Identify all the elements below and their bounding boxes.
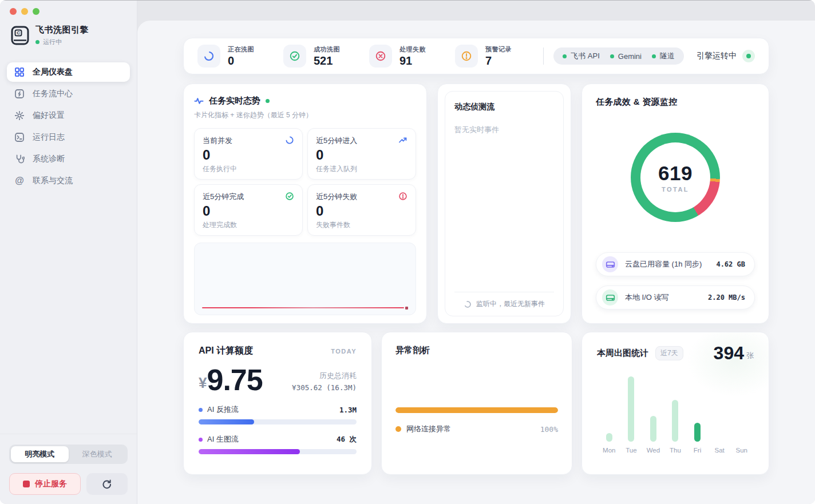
close-window-button[interactable] xyxy=(10,8,17,15)
resource-value: 4.62 GB xyxy=(716,260,745,268)
stat-value: 0 xyxy=(228,54,254,68)
success-donut: 619 TOTAL xyxy=(631,133,720,222)
realtime-mini-grid: 当前并发 0 任务执行中 近5分钟进入 xyxy=(194,128,416,236)
dark-mode-option[interactable]: 深色模式 xyxy=(69,446,126,462)
app-title: 飞书洗图引擎 xyxy=(35,25,89,35)
anomaly-label: 网络连接异常 xyxy=(406,424,451,434)
stop-service-label: 停止服务 xyxy=(35,479,67,489)
series-dot-icon xyxy=(199,408,203,412)
restart-service-button[interactable] xyxy=(86,473,128,495)
gear-icon xyxy=(14,110,25,121)
currency-symbol: ¥ xyxy=(199,374,207,395)
stat-success: 成功洗图 521 xyxy=(283,45,369,68)
service-feishu-api: 飞书 API xyxy=(563,51,600,61)
stop-service-button[interactable]: 停止服务 xyxy=(9,473,81,495)
mini-card-completed: 近5分钟完成 0 处理完成数 xyxy=(194,184,303,236)
resource-row-local-io: 本地 I/O 读写 2.20 MB/s xyxy=(596,285,755,309)
sidebar-item-diagnostics[interactable]: 系统诊断 xyxy=(7,149,130,169)
quota-row-generate: AI 生图流 46 次 xyxy=(199,434,357,454)
service-tunnel: 隧道 xyxy=(652,51,675,61)
stat-label: 成功洗图 xyxy=(314,45,340,54)
minimize-window-button[interactable] xyxy=(21,8,28,15)
stat-failed: 处理失败 91 xyxy=(369,45,455,68)
weekly-bar xyxy=(672,400,678,442)
event-stream-footer-label: 监听中，最近无新事件 xyxy=(476,299,545,309)
app-status-label: 运行中 xyxy=(43,38,62,46)
axis-label: Fri xyxy=(694,447,701,454)
history-value: ¥305.62 (16.3M) xyxy=(292,383,357,392)
mini-label: 近5分钟进入 xyxy=(316,136,357,146)
resource-label: 云盘已用容量 (1h 同步) xyxy=(625,259,702,269)
window-controls xyxy=(0,0,137,15)
mini-label: 当前并发 xyxy=(203,136,232,146)
quota-row-reverse: AI 反推流 1.3M xyxy=(199,404,357,424)
success-donut-center: 619 TOTAL xyxy=(640,142,710,212)
x-circle-icon xyxy=(369,45,392,68)
stat-label: 处理失败 xyxy=(399,45,426,54)
event-stream-card: 动态侦测流 暂无实时事件 监听中，最近无新事件 xyxy=(437,84,571,324)
sidebar-item-preferences[interactable]: 偏好设置 xyxy=(7,106,130,125)
at-icon: @ xyxy=(14,175,25,186)
today-cost-value: 9.75 xyxy=(207,365,262,395)
activity-icon xyxy=(194,96,204,106)
trend-endpoint-dot xyxy=(405,307,408,309)
service-status-pill: 飞书 API Gemini 隧道 xyxy=(553,47,684,65)
stop-icon xyxy=(23,481,30,487)
quota-label: AI 反推流 xyxy=(207,404,239,415)
status-dot-icon xyxy=(610,54,614,58)
status-dot-icon xyxy=(652,54,656,58)
event-stream-title: 动态侦测流 xyxy=(454,102,554,112)
quota-bar-track xyxy=(199,419,357,424)
anomaly-bar-fill xyxy=(395,407,558,413)
check-circle-icon xyxy=(285,192,294,201)
sidebar-item-label: 全局仪表盘 xyxy=(33,67,73,77)
sidebar-bottom: 明亮模式 深色模式 停止服务 xyxy=(0,434,137,504)
main-panel: 正在洗图 0 成功洗图 521 xyxy=(137,21,815,504)
refresh-icon xyxy=(101,479,112,490)
history-label: 历史总消耗 xyxy=(292,371,357,381)
service-label: 飞书 API xyxy=(571,51,600,61)
realtime-title: 任务实时态势 xyxy=(209,96,260,106)
flow-icon xyxy=(14,88,25,100)
weekly-range-badge: 近7天 xyxy=(655,346,683,360)
monitor-title: 任务成效 & 资源监控 xyxy=(596,97,755,108)
engine-status-label: 引擎运转中 xyxy=(697,51,737,61)
stethoscope-icon xyxy=(14,153,25,165)
service-label: Gemini xyxy=(618,52,642,61)
resource-row-cloud: 云盘已用容量 (1h 同步) 4.62 GB xyxy=(596,252,755,276)
quota-label: AI 生图流 xyxy=(207,434,239,445)
weekly-bar xyxy=(650,416,656,442)
zoom-window-button[interactable] xyxy=(33,8,39,15)
stat-washing: 正在洗图 0 xyxy=(197,45,283,68)
event-stream-empty: 暂无实时事件 xyxy=(454,125,554,135)
sidebar-item-dashboard[interactable]: 全局仪表盘 xyxy=(7,62,130,82)
weekly-total-value: 394 xyxy=(714,345,744,362)
trend-line xyxy=(202,307,404,309)
realtime-subtitle: 卡片化指标 + 迷你趋势（最近 5 分钟） xyxy=(194,110,416,120)
mini-value: 0 xyxy=(203,203,294,219)
axis-label: Sun xyxy=(735,447,747,454)
mini-label: 近5分钟完成 xyxy=(203,192,244,202)
terminal-icon xyxy=(14,132,25,143)
live-dot-icon xyxy=(266,99,270,103)
quota-value: 46 次 xyxy=(337,435,357,445)
weekly-total-unit: 张 xyxy=(746,351,754,362)
weekly-bar xyxy=(628,376,634,442)
monitor-card: 任务成效 & 资源监控 619 TOTAL xyxy=(581,84,769,324)
sidebar-item-contact[interactable]: @ 联系与交流 xyxy=(7,171,130,191)
sidebar-item-taskflow[interactable]: 任务流中心 xyxy=(7,84,130,104)
app-brand: C 飞书洗图引擎 运行中 xyxy=(0,15,137,46)
mini-sublabel: 任务进入队列 xyxy=(316,164,408,174)
series-dot-icon xyxy=(395,426,401,432)
sidebar: C 飞书洗图引擎 运行中 全局仪表盘 xyxy=(0,0,137,504)
engine-status-dot-icon xyxy=(742,50,755,62)
alert-circle-icon xyxy=(398,192,408,201)
mini-value: 0 xyxy=(316,203,408,219)
app-logo-icon: C xyxy=(11,26,29,45)
light-mode-option[interactable]: 明亮模式 xyxy=(11,446,69,462)
sidebar-item-logs[interactable]: 运行日志 xyxy=(7,128,130,147)
anomaly-row: 网络连接异常 100% xyxy=(395,424,558,434)
stat-value: 7 xyxy=(485,54,512,68)
sidebar-menu: 全局仪表盘 任务流中心 偏好设置 xyxy=(0,62,137,191)
quota-bar-fill xyxy=(199,419,254,424)
